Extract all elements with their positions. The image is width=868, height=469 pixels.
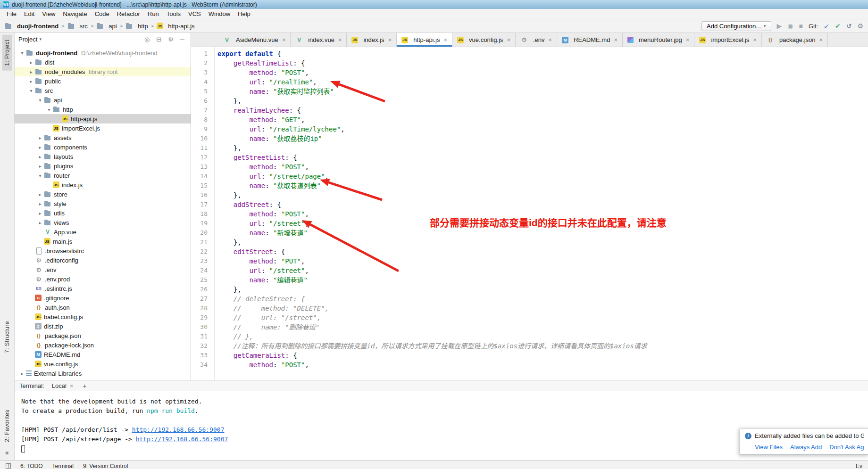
tool-window-switcher-icon[interactable] bbox=[6, 463, 11, 469]
breadcrumb-item-http-api-js[interactable]: JShttp-api.js bbox=[157, 23, 194, 30]
editor-tab-package-json[interactable]: {}package.json× bbox=[762, 33, 828, 47]
status-item-terminal[interactable]: Terminal bbox=[52, 463, 74, 469]
git-commit-icon[interactable]: ✔ bbox=[835, 22, 841, 30]
tree-item-src[interactable]: ▾src bbox=[15, 86, 191, 95]
locate-file-icon[interactable]: ◎ bbox=[142, 36, 152, 43]
tree-item-router[interactable]: ▾router bbox=[15, 171, 191, 180]
tree-item-index-js[interactable]: JSindex.js bbox=[15, 180, 191, 189]
git-update-icon[interactable]: ↙ bbox=[824, 22, 829, 30]
line-number[interactable]: 16 bbox=[191, 190, 214, 200]
tree-item-babel-config-js[interactable]: JSbabel.config.js bbox=[15, 312, 191, 321]
tree-chevron-icon[interactable]: ▾ bbox=[45, 107, 53, 112]
tree-item-utils[interactable]: ▸utils bbox=[15, 208, 191, 218]
line-number[interactable]: 19 bbox=[191, 219, 214, 228]
tree-chevron-icon[interactable]: ▸ bbox=[27, 69, 35, 74]
line-number[interactable]: 7 bbox=[191, 106, 214, 115]
hide-panel-icon[interactable]: ─ bbox=[178, 36, 187, 43]
status-item-9-version-control[interactable]: 9: Version Control bbox=[83, 463, 128, 469]
menu-item-vcs[interactable]: VCS bbox=[184, 9, 205, 18]
debug-icon[interactable]: ◉ bbox=[787, 22, 793, 30]
tab-close-icon[interactable]: × bbox=[507, 36, 510, 43]
tree-item-browserslistrc[interactable]: .browserslistrc bbox=[15, 246, 191, 255]
close-icon[interactable]: × bbox=[70, 382, 74, 389]
tree-item-views[interactable]: ▸views bbox=[15, 218, 191, 227]
stop-icon[interactable]: ■ bbox=[799, 22, 803, 30]
tab-close-icon[interactable]: × bbox=[338, 36, 342, 43]
tree-item-app-vue[interactable]: VApp.vue bbox=[15, 227, 191, 237]
editor-tab-asidemenu-vue[interactable]: VAsideMenu.vue× bbox=[218, 33, 291, 47]
line-number[interactable]: 21 bbox=[191, 238, 214, 247]
line-number[interactable]: 14 bbox=[191, 172, 214, 181]
line-number[interactable]: 18 bbox=[191, 209, 214, 219]
line-number[interactable]: 17 bbox=[191, 200, 214, 209]
line-number[interactable]: 24 bbox=[191, 266, 214, 275]
tree-item-gitignore[interactable]: G.gitignore bbox=[15, 293, 191, 303]
terminal-link[interactable]: http://192.168.66.56:9007 bbox=[136, 436, 228, 443]
line-number[interactable]: 4 bbox=[191, 77, 214, 87]
editor-tab-importexcel-js[interactable]: JSimportExcel.js× bbox=[694, 33, 762, 47]
menu-item-tools[interactable]: Tools bbox=[163, 9, 184, 18]
line-number[interactable]: 13 bbox=[191, 162, 214, 172]
tree-item-style[interactable]: ▸style bbox=[15, 199, 191, 208]
menu-item-navigate[interactable]: Navigate bbox=[59, 9, 91, 18]
tool-button-7-structure[interactable]: 7: Structure bbox=[2, 316, 12, 358]
line-number[interactable]: 8 bbox=[191, 115, 214, 124]
line-number[interactable]: 5 bbox=[191, 87, 214, 96]
git-revert-icon[interactable]: ↺ bbox=[846, 22, 852, 30]
tree-chevron-icon[interactable]: ▸ bbox=[36, 220, 44, 225]
code-area[interactable]: export default { getRealTimeList: { meth… bbox=[215, 47, 868, 380]
line-number[interactable]: 22 bbox=[191, 247, 214, 256]
tree-chevron-icon[interactable]: ▸ bbox=[36, 164, 44, 169]
line-number[interactable]: 10 bbox=[191, 134, 214, 143]
menu-item-refactor[interactable]: Refactor bbox=[113, 9, 144, 18]
tree-chevron-icon[interactable]: ▾ bbox=[27, 88, 35, 93]
line-number[interactable]: 12 bbox=[191, 153, 214, 162]
tree-item-package-lock-json[interactable]: {}package-lock.json bbox=[15, 340, 191, 350]
tree-item-readme-md[interactable]: MREADME.md bbox=[15, 350, 191, 359]
tree-item-api[interactable]: ▾api bbox=[15, 95, 191, 105]
line-number[interactable]: 31 bbox=[191, 332, 214, 341]
menu-item-window[interactable]: Window bbox=[205, 9, 234, 18]
tab-close-icon[interactable]: × bbox=[614, 36, 618, 43]
line-number[interactable]: 23 bbox=[191, 256, 214, 266]
terminal-tab-local[interactable]: Local× bbox=[49, 382, 76, 390]
tree-chevron-icon[interactable]: ▸ bbox=[36, 201, 44, 206]
line-number[interactable]: 27 bbox=[191, 294, 214, 304]
tree-item-dist-zip[interactable]: Zdist.zip bbox=[15, 321, 191, 331]
breadcrumb-item-api[interactable]: api bbox=[96, 22, 117, 30]
breadcrumb-item-http[interactable]: http bbox=[125, 22, 148, 30]
notification-action-always-add[interactable]: Always Add bbox=[790, 444, 822, 451]
menu-item-run[interactable]: Run bbox=[144, 9, 163, 18]
history-icon[interactable]: ⚙ bbox=[857, 22, 863, 30]
line-number[interactable]: 25 bbox=[191, 275, 214, 285]
tree-chevron-icon[interactable]: ▸ bbox=[36, 211, 44, 216]
tab-close-icon[interactable]: × bbox=[686, 36, 690, 43]
tree-item-dist[interactable]: ▸dist bbox=[15, 58, 191, 67]
menu-item-edit[interactable]: Edit bbox=[20, 9, 38, 18]
editor-tab-env[interactable]: ⚙.env× bbox=[516, 33, 557, 47]
line-number[interactable]: 30 bbox=[191, 322, 214, 332]
line-number[interactable]: 3 bbox=[191, 68, 214, 77]
tree-item-node-modules[interactable]: ▸node_moduleslibrary root bbox=[15, 67, 191, 76]
code-editor[interactable]: 1234567891011121314151617181920212223242… bbox=[191, 47, 868, 380]
terminal-link[interactable]: http://192.168.66.56:9007 bbox=[132, 426, 225, 433]
editor-tab-vue-config-js[interactable]: JSvue.config.js× bbox=[452, 33, 516, 47]
settings-icon[interactable]: ⚙ bbox=[166, 36, 176, 43]
tree-item-importexcel-js[interactable]: JSimportExcel.js bbox=[15, 123, 191, 133]
editor-tab-index-js[interactable]: JSindex.js× bbox=[347, 33, 397, 47]
tree-item-http-api-js[interactable]: JShttp-api.js bbox=[15, 114, 191, 123]
notification-action-view-files[interactable]: View Files bbox=[755, 444, 783, 451]
editor-gutter[interactable]: 1234567891011121314151617181920212223242… bbox=[191, 47, 215, 380]
line-number[interactable]: 33 bbox=[191, 351, 214, 360]
line-number[interactable]: 1 bbox=[191, 49, 214, 58]
project-view-selector[interactable]: Project bbox=[18, 36, 37, 43]
tree-item-env[interactable]: ⚙.env bbox=[15, 265, 191, 274]
notification-action-don-t-ask-agai[interactable]: Don't Ask Agai bbox=[829, 444, 864, 451]
line-number[interactable]: 26 bbox=[191, 285, 214, 294]
tree-chevron-icon[interactable]: ▸ bbox=[27, 79, 35, 84]
editor-tab-readme-md[interactable]: MREADME.md× bbox=[557, 33, 623, 47]
menu-item-code[interactable]: Code bbox=[91, 9, 113, 18]
tree-item-components[interactable]: ▸components bbox=[15, 142, 191, 152]
line-number[interactable]: 11 bbox=[191, 143, 214, 153]
menu-item-help[interactable]: Help bbox=[234, 9, 254, 18]
